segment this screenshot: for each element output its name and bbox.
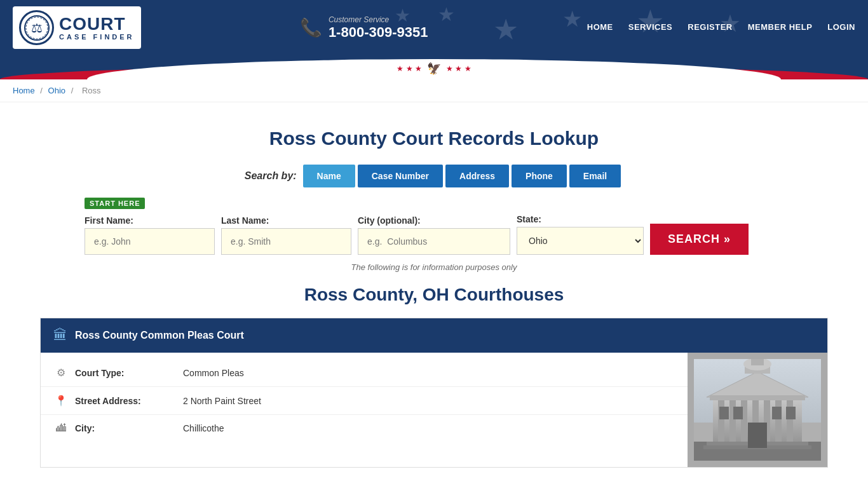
logo-emblem: ⚖ xyxy=(19,10,54,45)
state-group: State: Ohio Alabama Alaska Arizona Calif… xyxy=(517,214,644,255)
svg-rect-21 xyxy=(748,423,767,448)
first-name-group: First Name: xyxy=(85,215,215,255)
courthouse-header: 🏛 Ross County Common Pleas Court xyxy=(41,318,827,353)
main-nav: HOME SERVICES REGISTER MEMBER HELP LOGIN xyxy=(587,22,855,33)
last-name-group: Last Name: xyxy=(221,215,351,255)
breadcrumb-sep1: / xyxy=(40,86,44,95)
court-type-value: Common Pleas xyxy=(183,368,244,378)
city-group: City (optional): xyxy=(358,215,510,255)
courthouse-icon: 🏛 xyxy=(53,327,67,344)
nav-services[interactable]: SERVICES xyxy=(628,22,673,33)
nav-home[interactable]: HOME xyxy=(587,22,613,33)
state-select[interactable]: Ohio Alabama Alaska Arizona California F… xyxy=(517,227,644,255)
breadcrumb-home[interactable]: Home xyxy=(13,86,35,95)
tab-name[interactable]: Name xyxy=(303,165,355,187)
court-type-icon: ⚙ xyxy=(53,367,69,379)
page-title: Ross County Court Records Lookup xyxy=(40,128,828,149)
location-icon: 📍 xyxy=(53,395,69,407)
customer-service-phone: 1-800-309-9351 xyxy=(329,24,428,41)
search-button[interactable]: SEARCH » xyxy=(650,224,749,255)
banner-wave: ★ ★ ★ 🦅 ★ ★ ★ xyxy=(0,55,868,79)
customer-service: 📞 Customer Service 1-800-309-9351 xyxy=(300,15,428,41)
courthouse-body: ⚙ Court Type: Common Pleas 📍 Street Addr… xyxy=(41,353,827,467)
logo-court-text: COURT xyxy=(59,15,135,33)
banner-stars-left: ★ ★ ★ xyxy=(397,64,422,73)
city-row: 🏙 City: Chillicothe xyxy=(41,415,688,442)
courthouse-card: 🏛 Ross County Common Pleas Court ⚙ Court… xyxy=(40,318,828,468)
svg-rect-22 xyxy=(719,407,729,419)
nav-register[interactable]: REGISTER xyxy=(688,22,732,33)
tab-phone[interactable]: Phone xyxy=(512,165,567,187)
first-name-input[interactable] xyxy=(85,228,215,255)
svg-rect-23 xyxy=(733,407,743,419)
city-label: City (optional): xyxy=(358,215,510,226)
street-address-label: Street Address: xyxy=(75,396,177,406)
tab-case-number[interactable]: Case Number xyxy=(358,165,443,187)
logo: ⚖ COURT CASE FINDER xyxy=(13,6,141,49)
courthouse-details: ⚙ Court Type: Common Pleas 📍 Street Addr… xyxy=(41,353,688,467)
info-note: The following is for information purpose… xyxy=(85,262,783,272)
nav-member-help[interactable]: MEMBER HELP xyxy=(748,22,813,33)
breadcrumb-sep2: / xyxy=(71,86,76,95)
last-name-input[interactable] xyxy=(221,228,351,255)
last-name-label: Last Name: xyxy=(221,215,351,226)
court-type-label: Court Type: xyxy=(75,368,177,378)
svg-rect-17 xyxy=(751,359,764,365)
city-detail-value: Chillicothe xyxy=(183,423,224,433)
search-by-row: Search by: Name Case Number Address Phon… xyxy=(85,165,783,187)
breadcrumb-ross: Ross xyxy=(82,86,101,95)
breadcrumb: Home / Ohio / Ross xyxy=(0,79,868,102)
search-fields-row: First Name: Last Name: City (optional): … xyxy=(85,214,783,255)
tab-email[interactable]: Email xyxy=(569,165,621,187)
svg-rect-18 xyxy=(710,395,805,400)
search-by-label: Search by: xyxy=(245,170,297,182)
courthouse-name-link[interactable]: Ross County Common Pleas Court xyxy=(75,330,244,341)
city-detail-label: City: xyxy=(75,423,177,433)
start-here-badge: START HERE xyxy=(85,198,145,209)
banner-stars-right: ★ ★ ★ xyxy=(446,64,471,73)
logo-case-finder-text: CASE FINDER xyxy=(59,33,135,41)
city-input[interactable] xyxy=(358,228,510,255)
svg-rect-24 xyxy=(772,407,782,419)
svg-rect-25 xyxy=(786,407,796,419)
street-address-value: 2 North Paint Street xyxy=(183,396,261,406)
courthouse-image xyxy=(688,353,827,467)
customer-service-label: Customer Service xyxy=(329,15,428,24)
eagle-icon: 🦅 xyxy=(427,62,441,76)
breadcrumb-ohio[interactable]: Ohio xyxy=(48,86,65,95)
first-name-label: First Name: xyxy=(85,215,215,226)
svg-text:⚖: ⚖ xyxy=(31,21,43,35)
court-type-row: ⚙ Court Type: Common Pleas xyxy=(41,359,688,387)
courthouses-title: Ross County, OH Courthouses xyxy=(40,285,828,305)
phone-icon: 📞 xyxy=(300,17,322,38)
state-label: State: xyxy=(517,214,644,224)
street-address-row: 📍 Street Address: 2 North Paint Street xyxy=(41,387,688,415)
nav-login[interactable]: LOGIN xyxy=(827,22,855,33)
tab-address[interactable]: Address xyxy=(445,165,509,187)
city-icon: 🏙 xyxy=(53,423,69,434)
